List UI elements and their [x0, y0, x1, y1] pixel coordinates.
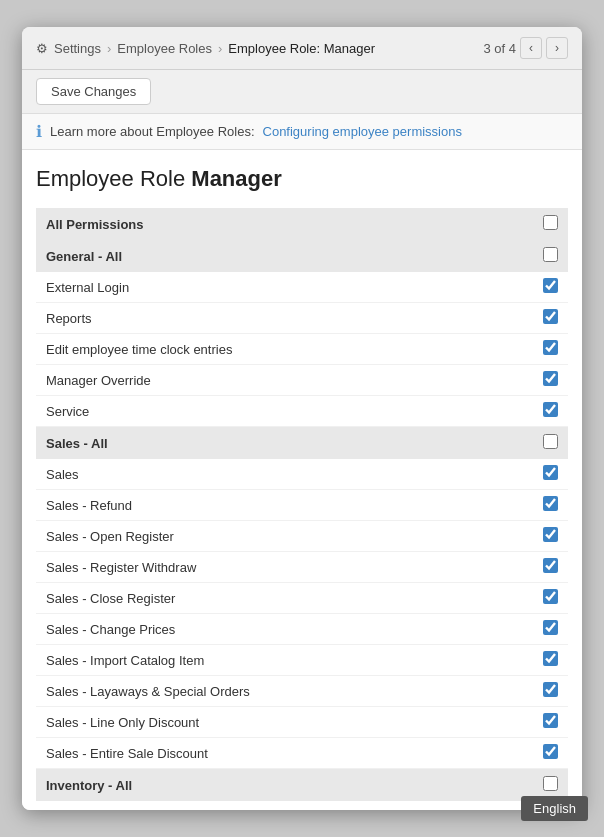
permission-checkbox-cell[interactable] [532, 645, 568, 676]
table-row: Sales - Open Register [36, 521, 568, 552]
save-button[interactable]: Save Changes [36, 78, 151, 105]
section-checkbox-all[interactable] [543, 215, 558, 230]
page-title: Employee Role Manager [36, 166, 568, 192]
section-checkbox-sales[interactable] [543, 434, 558, 449]
permission-checkbox-cell[interactable] [532, 365, 568, 396]
section-header-general: General - All [36, 240, 568, 272]
section-checkbox-general[interactable] [543, 247, 558, 262]
breadcrumb-current: Employee Role: Manager [228, 41, 375, 56]
table-row: Reports [36, 303, 568, 334]
section-header-all: All Permissions [36, 208, 568, 240]
table-row: Sales - Change Prices [36, 614, 568, 645]
permission-checkbox-cell[interactable] [532, 303, 568, 334]
permission-label: Reports [36, 303, 532, 334]
table-row: External Login [36, 272, 568, 303]
permission-checkbox[interactable] [543, 402, 558, 417]
content-area: Employee Role Manager All Permissions Ge… [22, 150, 582, 810]
section-header-inventory: Inventory - All [36, 769, 568, 802]
titlebar: ⚙ Settings › Employee Roles › Employee R… [22, 27, 582, 70]
permission-checkbox[interactable] [543, 465, 558, 480]
permission-checkbox-cell[interactable] [532, 707, 568, 738]
pagination: 3 of 4 ‹ › [483, 37, 568, 59]
section-label: General - All [36, 240, 532, 272]
table-row: Edit employee time clock entries [36, 334, 568, 365]
permission-checkbox[interactable] [543, 744, 558, 759]
permission-label: Sales - Line Only Discount [36, 707, 532, 738]
table-row: Sales - Layaways & Special Orders [36, 676, 568, 707]
table-row: Sales - Import Catalog Item [36, 645, 568, 676]
table-row: Sales [36, 459, 568, 490]
permission-checkbox-cell[interactable] [532, 272, 568, 303]
permission-checkbox[interactable] [543, 620, 558, 635]
permission-checkbox-cell[interactable] [532, 552, 568, 583]
prev-button[interactable]: ‹ [520, 37, 542, 59]
permission-checkbox-cell[interactable] [532, 334, 568, 365]
permission-checkbox[interactable] [543, 589, 558, 604]
permission-checkbox-cell[interactable] [532, 490, 568, 521]
section-header-sales: Sales - All [36, 427, 568, 460]
info-link[interactable]: Configuring employee permissions [263, 124, 462, 139]
table-row: Sales - Entire Sale Discount [36, 738, 568, 769]
section-checkbox-cell[interactable] [532, 427, 568, 460]
permission-label: External Login [36, 272, 532, 303]
section-label: All Permissions [36, 208, 532, 240]
permission-checkbox[interactable] [543, 371, 558, 386]
permission-checkbox[interactable] [543, 309, 558, 324]
table-row: Sales - Refund [36, 490, 568, 521]
permission-label: Edit employee time clock entries [36, 334, 532, 365]
section-checkbox-inventory[interactable] [543, 776, 558, 791]
info-bar: ℹ Learn more about Employee Roles: Confi… [22, 114, 582, 150]
table-row: Sales - Register Withdraw [36, 552, 568, 583]
section-checkbox-cell[interactable] [532, 208, 568, 240]
permission-checkbox-cell[interactable] [532, 396, 568, 427]
permission-checkbox[interactable] [543, 682, 558, 697]
permission-checkbox[interactable] [543, 558, 558, 573]
permission-checkbox[interactable] [543, 527, 558, 542]
permission-label: Sales - Register Withdraw [36, 552, 532, 583]
info-text: Learn more about Employee Roles: [50, 124, 255, 139]
permission-checkbox[interactable] [543, 340, 558, 355]
table-row: Sales - Close Register [36, 583, 568, 614]
breadcrumb-sep-1: › [107, 41, 111, 56]
pagination-text: 3 of 4 [483, 41, 516, 56]
permission-checkbox[interactable] [543, 496, 558, 511]
breadcrumb-settings[interactable]: Settings [54, 41, 101, 56]
permission-label: Sales - Close Register [36, 583, 532, 614]
gear-icon: ⚙ [36, 41, 48, 56]
table-row: Service [36, 396, 568, 427]
permission-label: Sales - Refund [36, 490, 532, 521]
english-badge[interactable]: English [521, 796, 588, 821]
app-window: ⚙ Settings › Employee Roles › Employee R… [22, 27, 582, 810]
permission-checkbox-cell[interactable] [532, 614, 568, 645]
permissions-table: All Permissions General - All External L… [36, 208, 568, 810]
info-icon: ℹ [36, 122, 42, 141]
permission-checkbox[interactable] [543, 278, 558, 293]
next-button[interactable]: › [546, 37, 568, 59]
permission-label: Inventory - Basic [36, 801, 532, 810]
permission-label: Service [36, 396, 532, 427]
table-row: Inventory - Basic [36, 801, 568, 810]
breadcrumb: ⚙ Settings › Employee Roles › Employee R… [36, 41, 375, 56]
permission-checkbox-cell[interactable] [532, 459, 568, 490]
table-row: Sales - Line Only Discount [36, 707, 568, 738]
permission-checkbox[interactable] [543, 713, 558, 728]
section-checkbox-cell[interactable] [532, 240, 568, 272]
page-title-prefix: Employee Role [36, 166, 191, 191]
permission-label: Sales - Layaways & Special Orders [36, 676, 532, 707]
permission-label: Sales - Import Catalog Item [36, 645, 532, 676]
breadcrumb-sep-2: › [218, 41, 222, 56]
permission-checkbox[interactable] [543, 651, 558, 666]
permission-label: Sales - Entire Sale Discount [36, 738, 532, 769]
page-title-name: Manager [191, 166, 281, 191]
breadcrumb-employee-roles[interactable]: Employee Roles [117, 41, 212, 56]
toolbar: Save Changes [22, 70, 582, 114]
permission-checkbox-cell[interactable] [532, 583, 568, 614]
permission-label: Sales - Open Register [36, 521, 532, 552]
permission-label: Sales - Change Prices [36, 614, 532, 645]
permission-label: Sales [36, 459, 532, 490]
permission-label: Manager Override [36, 365, 532, 396]
permission-checkbox-cell[interactable] [532, 738, 568, 769]
permission-checkbox-cell[interactable] [532, 521, 568, 552]
permission-checkbox-cell[interactable] [532, 676, 568, 707]
section-label: Sales - All [36, 427, 532, 460]
